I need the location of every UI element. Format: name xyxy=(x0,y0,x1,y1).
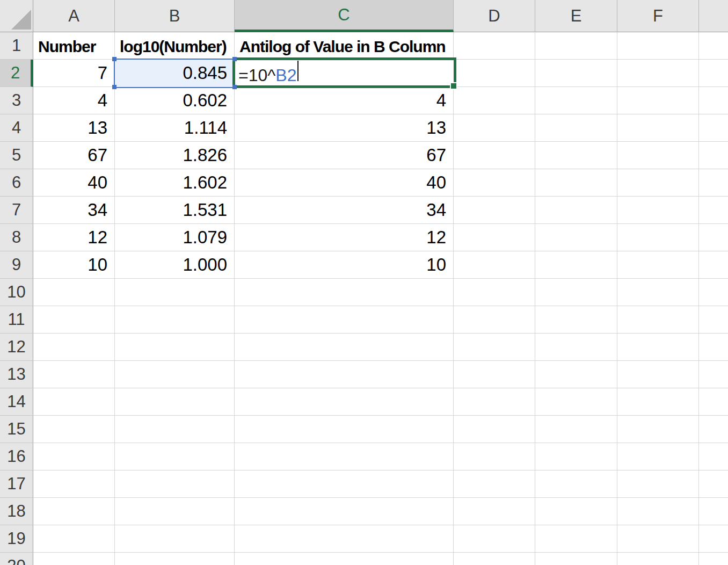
cell-C20[interactable] xyxy=(235,553,454,565)
cell-D15[interactable] xyxy=(454,416,535,443)
cell-D10[interactable] xyxy=(454,279,535,306)
cell-A20[interactable] xyxy=(33,553,115,565)
column-header-D[interactable]: D xyxy=(454,0,535,32)
cell-C1[interactable]: Antilog of Value in B Column xyxy=(235,32,454,60)
cell-D2[interactable] xyxy=(454,60,535,87)
row-header-20[interactable]: 20 xyxy=(0,553,33,565)
cell-G16[interactable] xyxy=(699,443,728,470)
cell-D9[interactable] xyxy=(454,251,535,279)
cell-E5[interactable] xyxy=(535,142,617,169)
column-header-G[interactable] xyxy=(699,0,728,32)
cell-B3[interactable]: 0.602 xyxy=(115,87,235,114)
cell-F18[interactable] xyxy=(617,498,699,525)
cell-A18[interactable] xyxy=(33,498,115,525)
cell-E15[interactable] xyxy=(535,416,617,443)
row-header-19[interactable]: 19 xyxy=(0,525,33,553)
row-header-12[interactable]: 12 xyxy=(0,334,33,361)
cell-A1[interactable]: Number xyxy=(33,32,115,60)
cell-A15[interactable] xyxy=(33,416,115,443)
cell-D12[interactable] xyxy=(454,334,535,361)
cell-F10[interactable] xyxy=(617,279,699,306)
active-cell-editor-C2[interactable]: =10^B2 xyxy=(232,57,456,88)
cell-E9[interactable] xyxy=(535,251,617,279)
row-header-11[interactable]: 11 xyxy=(0,306,33,334)
cell-G17[interactable] xyxy=(699,470,728,498)
cell-G15[interactable] xyxy=(699,416,728,443)
cell-D18[interactable] xyxy=(454,498,535,525)
cell-D20[interactable] xyxy=(454,553,535,565)
cell-G7[interactable] xyxy=(699,197,728,224)
row-header-1[interactable]: 1 xyxy=(0,32,33,60)
cell-F2[interactable] xyxy=(617,60,699,87)
cell-G5[interactable] xyxy=(699,142,728,169)
row-header-4[interactable]: 4 xyxy=(0,114,33,142)
cell-C15[interactable] xyxy=(235,416,454,443)
cell-E10[interactable] xyxy=(535,279,617,306)
cell-D11[interactable] xyxy=(454,306,535,334)
cell-A11[interactable] xyxy=(33,306,115,334)
row-header-16[interactable]: 16 xyxy=(0,443,33,470)
cell-F16[interactable] xyxy=(617,443,699,470)
cell-E7[interactable] xyxy=(535,197,617,224)
cell-D1[interactable] xyxy=(454,32,535,60)
cell-B7[interactable]: 1.531 xyxy=(115,197,235,224)
cell-F15[interactable] xyxy=(617,416,699,443)
cell-C10[interactable] xyxy=(235,279,454,306)
cell-D8[interactable] xyxy=(454,224,535,251)
cell-D3[interactable] xyxy=(454,87,535,114)
row-header-14[interactable]: 14 xyxy=(0,388,33,416)
cell-F4[interactable] xyxy=(617,114,699,142)
cell-C6[interactable]: 40 xyxy=(235,169,454,197)
cell-C18[interactable] xyxy=(235,498,454,525)
cell-C19[interactable] xyxy=(235,525,454,553)
row-header-10[interactable]: 10 xyxy=(0,279,33,306)
cell-G11[interactable] xyxy=(699,306,728,334)
row-header-15[interactable]: 15 xyxy=(0,416,33,443)
cell-F14[interactable] xyxy=(617,388,699,416)
cell-B8[interactable]: 1.079 xyxy=(115,224,235,251)
row-header-6[interactable]: 6 xyxy=(0,169,33,197)
cell-C13[interactable] xyxy=(235,361,454,388)
cell-E12[interactable] xyxy=(535,334,617,361)
cell-D6[interactable] xyxy=(454,169,535,197)
cell-A9[interactable]: 10 xyxy=(33,251,115,279)
cell-A14[interactable] xyxy=(33,388,115,416)
cell-F11[interactable] xyxy=(617,306,699,334)
cell-E16[interactable] xyxy=(535,443,617,470)
cell-B9[interactable]: 1.000 xyxy=(115,251,235,279)
cell-C16[interactable] xyxy=(235,443,454,470)
column-header-F[interactable]: F xyxy=(617,0,699,32)
cell-G18[interactable] xyxy=(699,498,728,525)
cell-F3[interactable] xyxy=(617,87,699,114)
cell-E1[interactable] xyxy=(535,32,617,60)
cell-G14[interactable] xyxy=(699,388,728,416)
cell-G13[interactable] xyxy=(699,361,728,388)
column-header-E[interactable]: E xyxy=(535,0,617,32)
cell-F1[interactable] xyxy=(617,32,699,60)
cell-E17[interactable] xyxy=(535,470,617,498)
cell-A13[interactable] xyxy=(33,361,115,388)
row-header-8[interactable]: 8 xyxy=(0,224,33,251)
cell-A7[interactable]: 34 xyxy=(33,197,115,224)
cell-C7[interactable]: 34 xyxy=(235,197,454,224)
cell-B14[interactable] xyxy=(115,388,235,416)
cell-E8[interactable] xyxy=(535,224,617,251)
cell-A10[interactable] xyxy=(33,279,115,306)
cell-D5[interactable] xyxy=(454,142,535,169)
row-header-2[interactable]: 2 xyxy=(0,60,33,87)
row-header-7[interactable]: 7 xyxy=(0,197,33,224)
cell-B2[interactable]: 0.845 xyxy=(115,60,235,87)
cell-E19[interactable] xyxy=(535,525,617,553)
cell-G4[interactable] xyxy=(699,114,728,142)
cell-F8[interactable] xyxy=(617,224,699,251)
cell-D4[interactable] xyxy=(454,114,535,142)
fill-handle[interactable] xyxy=(450,82,457,90)
cell-C14[interactable] xyxy=(235,388,454,416)
cell-G9[interactable] xyxy=(699,251,728,279)
cell-A4[interactable]: 13 xyxy=(33,114,115,142)
cell-C9[interactable]: 10 xyxy=(235,251,454,279)
cell-E4[interactable] xyxy=(535,114,617,142)
column-header-A[interactable]: A xyxy=(33,0,115,32)
cell-A8[interactable]: 12 xyxy=(33,224,115,251)
cell-D14[interactable] xyxy=(454,388,535,416)
